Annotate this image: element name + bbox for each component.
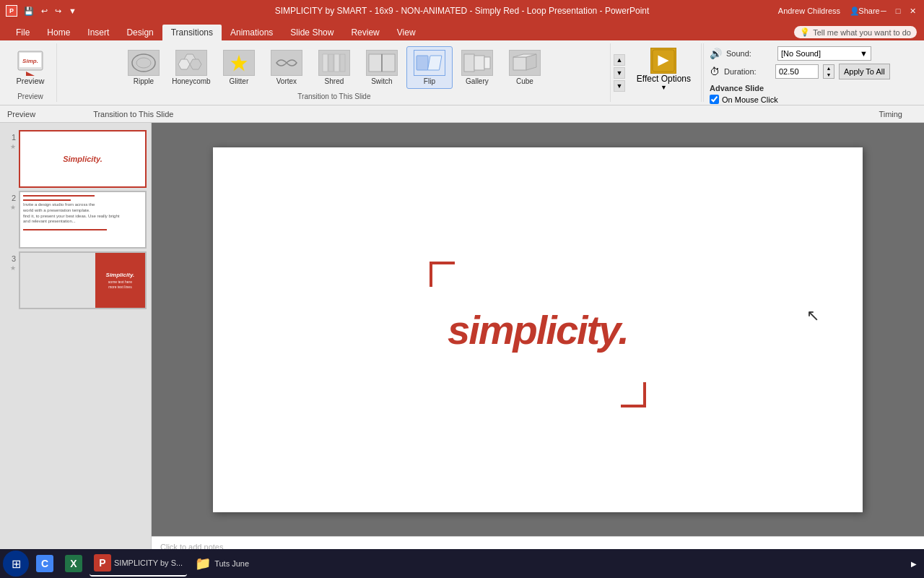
start-button[interactable]: ⊞	[3, 551, 29, 577]
transition-glitter[interactable]: Glitter	[216, 47, 262, 88]
tab-review[interactable]: Review	[342, 25, 388, 40]
svg-rect-11	[323, 54, 328, 72]
apply-all-button[interactable]: Apply To All	[839, 64, 890, 79]
mouse-click-label: On Mouse Click	[722, 95, 778, 104]
duration-icon: ⏱	[710, 66, 720, 77]
powerpoint-icon: P	[94, 554, 111, 571]
slide-star-3: ★	[10, 264, 16, 272]
svg-rect-16	[382, 54, 395, 72]
taskbar-chrome[interactable]: C	[32, 551, 58, 577]
vortex-label: Vortex	[276, 77, 297, 85]
tab-insert[interactable]: Insert	[79, 25, 118, 40]
save-button[interactable]: 💾	[22, 5, 36, 17]
cube-icon	[509, 50, 541, 76]
effect-options-arrow: ▼	[661, 84, 667, 91]
svg-marker-9	[178, 59, 190, 69]
tab-slideshow[interactable]: Slide Show	[282, 25, 342, 40]
duration-up[interactable]: ▲	[824, 65, 834, 72]
slide-item-3[interactable]: 3 ★ Simplicity. some text heremore text …	[0, 250, 151, 311]
preview-section-label: Preview	[17, 91, 43, 100]
slide-view-area[interactable]: simplicity. ↖	[152, 123, 924, 536]
quick-access: 💾 ↩ ↪ ▼	[22, 5, 79, 17]
sound-label: Sound:	[726, 49, 773, 58]
svg-marker-3	[26, 72, 35, 76]
effect-options-label: Effect Options	[637, 74, 691, 84]
show-desktop-button[interactable]: ▶	[907, 551, 921, 577]
window-title: SIMPLICITY by SMART - 16x9 - NON-ANIMATE…	[275, 6, 650, 16]
folder-icon: 📁	[194, 555, 212, 572]
effect-options-button[interactable]: Effect Options ▼	[632, 45, 695, 94]
undo-button[interactable]: ↩	[39, 5, 50, 17]
svg-rect-20	[464, 54, 474, 72]
honeycomb-label: Honeycomb	[172, 77, 210, 85]
taskbar-folder-label: Tuts June	[214, 559, 249, 568]
ribbon-section-preview: Simp. Preview Preview	[4, 43, 57, 102]
tab-view[interactable]: View	[388, 25, 424, 40]
redo-button[interactable]: ↪	[53, 5, 64, 17]
sub-header: Preview Transition to This Slide Timing	[0, 105, 924, 123]
canvas-wrapper: simplicity. ↖ Click to add notes	[152, 123, 924, 556]
gallery-label: Gallery	[466, 77, 489, 85]
tab-home[interactable]: Home	[38, 25, 79, 40]
lightbulb-icon: 💡	[800, 27, 810, 37]
main-content: 1 ★ Simplicity. 2 ★	[0, 123, 924, 556]
scroll-down-button[interactable]: ▼	[614, 67, 625, 79]
slide-thumb-2[interactable]: Invite a design studio from across thewo…	[19, 191, 147, 249]
tab-transitions[interactable]: Transitions	[162, 25, 222, 40]
slide-item-1[interactable]: 1 ★ Simplicity.	[0, 129, 151, 189]
sound-dropdown-arrow: ▼	[860, 49, 868, 58]
help-search[interactable]: 💡 Tell me what you want to do	[794, 26, 917, 38]
share-button[interactable]: Share	[863, 5, 875, 17]
transition-cube[interactable]: Cube	[502, 47, 548, 88]
sound-value: [No Sound]	[781, 49, 821, 58]
slide-thumb-1[interactable]: Simplicity.	[19, 130, 147, 188]
duration-row: ⏱ Duration: 02.50 ▲ ▼ Apply To All	[710, 64, 914, 79]
scroll-more-button[interactable]: ▼	[614, 80, 625, 92]
window-controls: Andrew Childress 👤 Share ─ □ ✕	[778, 5, 918, 17]
slide-number-3: 3	[12, 254, 16, 263]
tab-animations[interactable]: Animations	[222, 25, 282, 40]
transition-shred[interactable]: Shred	[311, 47, 357, 88]
advance-label: Advance Slide	[710, 84, 914, 92]
svg-rect-19	[427, 56, 442, 70]
app-icon: P	[6, 5, 17, 17]
slide-thumb-3[interactable]: Simplicity. some text heremore text line…	[19, 251, 147, 309]
taskbar-excel[interactable]: X	[61, 551, 87, 577]
scroll-up-button[interactable]: ▲	[614, 54, 625, 66]
customize-button[interactable]: ▼	[66, 5, 79, 17]
ribbon-section-effect: Effect Options ▼	[627, 43, 702, 102]
sound-icon: 🔊	[710, 48, 722, 59]
minimize-button[interactable]: ─	[878, 5, 889, 17]
title-left: P 💾 ↩ ↪ ▼	[6, 5, 79, 17]
ripple-label: Ripple	[134, 77, 154, 85]
maximize-button[interactable]: □	[892, 5, 904, 17]
close-button[interactable]: ✕	[907, 5, 918, 17]
tab-file[interactable]: File	[7, 25, 38, 40]
transition-ripple[interactable]: Ripple	[121, 47, 167, 88]
cube-label: Cube	[516, 77, 533, 85]
svg-marker-8	[190, 59, 201, 69]
duration-input[interactable]: 02.50	[775, 64, 819, 79]
taskbar-powerpoint[interactable]: P SIMPLICITY by S...	[90, 551, 187, 577]
transition-flip[interactable]: Flip	[406, 46, 453, 89]
mouse-click-row: On Mouse Click	[710, 95, 914, 104]
main-slide: simplicity. ↖	[213, 147, 863, 512]
vortex-icon	[271, 50, 302, 76]
ripple-icon	[128, 50, 160, 76]
svg-point-6	[141, 61, 147, 65]
glitter-icon	[223, 50, 255, 76]
transition-section-label: Transition to This Slide	[297, 91, 370, 100]
user-name: Andrew Childress	[778, 7, 840, 15]
tab-design[interactable]: Design	[118, 25, 162, 40]
transition-switch[interactable]: Switch	[359, 47, 405, 88]
slide-item-2[interactable]: 2 ★ Invite a design studio from across t…	[0, 189, 151, 250]
taskbar-folder[interactable]: 📁 Tuts June	[190, 551, 253, 577]
mouse-click-checkbox[interactable]	[710, 95, 719, 104]
preview-button[interactable]: Simp. Preview	[10, 45, 51, 88]
transition-honeycomb[interactable]: Honeycomb	[168, 47, 214, 88]
duration-down[interactable]: ▼	[824, 72, 834, 78]
transition-gallery[interactable]: Gallery	[454, 47, 500, 88]
sound-dropdown[interactable]: [No Sound] ▼	[777, 46, 871, 61]
sub-preview-label: Preview	[7, 110, 35, 118]
transition-vortex[interactable]: Vortex	[263, 47, 310, 88]
